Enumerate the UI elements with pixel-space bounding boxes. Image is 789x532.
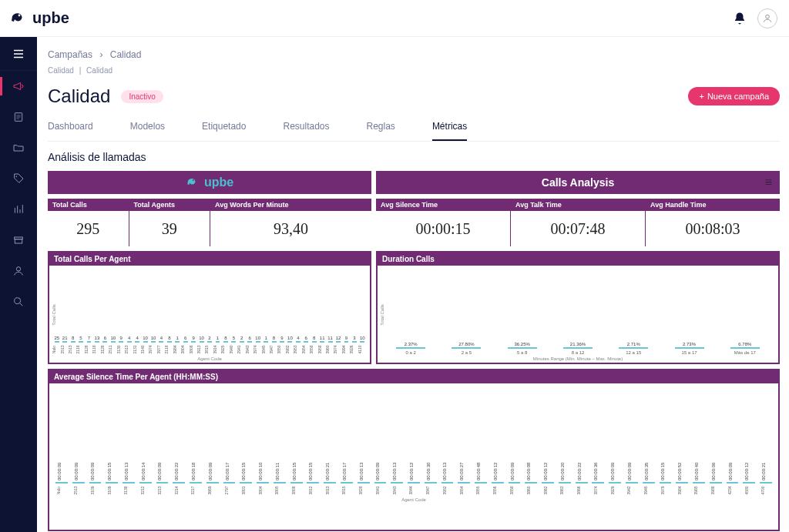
dashboard-header-left-text: upbe [204, 176, 233, 189]
stats-right: Avg Silence Time00:00:15Avg Talk Time00:… [376, 199, 780, 246]
sub-breadcrumb: Calidad | Calidad [48, 66, 780, 75]
bar: 00:00:363874 [591, 482, 606, 496]
stat-cell: Avg Talk Time00:07:48 [511, 199, 645, 246]
section-title: Análisis de llamadas [48, 151, 780, 163]
megaphone-icon [12, 80, 25, 92]
bar: 00:00:133828 [356, 482, 371, 496]
bar: 2.71%12 a 15 [613, 342, 654, 355]
svg-rect-5 [15, 239, 22, 243]
bar: 00:00:063988 [708, 482, 724, 496]
stat-cell: Total Calls295 [48, 199, 129, 246]
x-axis-label: Agent Code [54, 356, 365, 361]
bar: 00:00:103804 [255, 482, 270, 496]
brand-logo[interactable]: upbe [9, 9, 69, 28]
nav-archive[interactable] [0, 225, 37, 256]
dashboard-menu-icon[interactable]: ≡ [765, 176, 772, 189]
sub-bc-a[interactable]: Calidad [48, 66, 74, 75]
stat-value: 00:08:03 [646, 211, 780, 246]
bar: 00:00:153808 [289, 482, 304, 496]
nav-users[interactable] [0, 256, 37, 286]
chart-bars: 2.37%0 a 227.80%2 a 536.25%5 a 821.36%8 … [382, 270, 774, 355]
nav-search[interactable] [0, 286, 37, 317]
bar: 00:00:083860 [523, 482, 539, 496]
brand-text: upbe [32, 9, 69, 27]
bell-icon[interactable] [729, 8, 750, 29]
bar: 36.25%5 a 8 [502, 342, 543, 355]
user-icon [762, 13, 773, 24]
bar: 00:00:143212 [138, 482, 153, 496]
chart-title: Total Calls Per Agent [49, 253, 370, 266]
x-axis-label: Minutes Range (Min. Minute – Max. Minute… [382, 356, 774, 361]
metrics-dashboard: upbe Calls Analysis ≡ Total Calls295Tota… [48, 171, 780, 531]
nav-tag[interactable] [0, 163, 37, 194]
bar: 42513 [126, 336, 132, 355]
stat-value: 295 [48, 211, 129, 246]
bar: 00:00:093942 [624, 482, 640, 496]
sub-bc-b: Calidad [86, 66, 112, 75]
breadcrumb-root[interactable]: Campañas [48, 49, 92, 60]
dashboard-header-right-text: Calls Analysis [542, 176, 614, 189]
bar: 00:00:153812 [305, 482, 321, 496]
bar: 00:00:093109 [88, 482, 103, 496]
user-avatar[interactable] [757, 8, 778, 29]
bar: 33926 [351, 336, 357, 355]
nav-analytics[interactable] [0, 194, 37, 225]
stat-label: Avg Talk Time [511, 199, 645, 211]
breadcrumb: Campañas › Calidad [48, 49, 780, 60]
bar: 00:00:214700 [758, 482, 774, 496]
tab-etiquetado[interactable]: Etiquetado [202, 118, 246, 141]
bar: 00:00:093929 [607, 482, 623, 496]
tab-modelos[interactable]: Modelos [130, 118, 165, 141]
chart-icon [12, 203, 25, 216]
folder-icon [12, 142, 25, 154]
bar: 00:00:123844 [406, 482, 421, 496]
bar: 6.78%Más de 17 [724, 342, 766, 355]
nav-folder[interactable] [0, 132, 37, 163]
bar: 00:00:483855 [473, 482, 489, 496]
svg-point-3 [16, 176, 18, 178]
logo-icon [9, 9, 28, 28]
stat-cell: Total Agents39 [129, 199, 210, 246]
logo-icon [186, 176, 200, 189]
nav-campaigns[interactable] [0, 71, 37, 102]
chart-total-calls-per-agent: Total Calls Per Agent Total Calls 25Nulo… [48, 251, 371, 364]
nav-doc[interactable] [0, 102, 37, 132]
bar: 83925 [223, 336, 228, 355]
new-campaign-label: Nueva campaña [707, 92, 769, 101]
dashboard-header-right: Calls Analysis ≡ [376, 171, 780, 194]
svg-point-6 [16, 267, 20, 271]
chart-duration-calls: Duration Calls Total Calls 2.37%0 a 227.… [376, 251, 780, 364]
stat-value: 00:07:48 [511, 211, 645, 246]
tab-reglas[interactable]: Reglas [367, 118, 395, 141]
svg-point-7 [15, 298, 21, 304]
tab-dashboard[interactable]: Dashboard [48, 118, 93, 141]
chart-avg-silence-per-agent: Average Silence Time Per Agent (HH:MM:SS… [48, 369, 780, 531]
bar: 00:00:223214 [171, 482, 186, 496]
dashboard-header-left: upbe [48, 171, 371, 194]
tag-icon [12, 172, 25, 185]
tab-métricas[interactable]: Métricas [432, 118, 467, 141]
bar: 00:00:123856 [490, 482, 505, 496]
tab-resultados[interactable]: Resultados [283, 118, 329, 141]
new-campaign-button[interactable]: + Nueva campaña [688, 87, 780, 105]
page-title: Calidad [48, 85, 110, 107]
bar: 00:00:09Nulo [54, 482, 69, 496]
plus-icon: + [699, 92, 703, 101]
stat-label: Total Agents [129, 199, 210, 211]
menu-toggle[interactable] [0, 37, 37, 71]
bar: 00:00:133952 [440, 482, 455, 496]
bar: 00:00:133843 [389, 482, 405, 496]
sidebar-rail [0, 37, 37, 532]
chart-bars: 25Nulo2125138251352118731281331186312810… [54, 270, 365, 355]
bar: 21.36%8 a 12 [557, 342, 599, 355]
bar: 00:00:353945 [641, 482, 656, 496]
bar: 00:00:223866 [574, 482, 589, 496]
bar: 93850 [279, 336, 284, 355]
bar: 00:00:113805 [272, 482, 287, 496]
bar: 22941 [239, 336, 244, 355]
stats-left: Total Calls295Total Agents39Avg Words Pe… [48, 199, 371, 246]
bar: 00:00:403985 [691, 482, 707, 496]
bar: 00:00:172797 [222, 482, 237, 496]
stat-label: Total Calls [48, 199, 129, 211]
bar: 27.80%2 a 5 [445, 342, 487, 355]
